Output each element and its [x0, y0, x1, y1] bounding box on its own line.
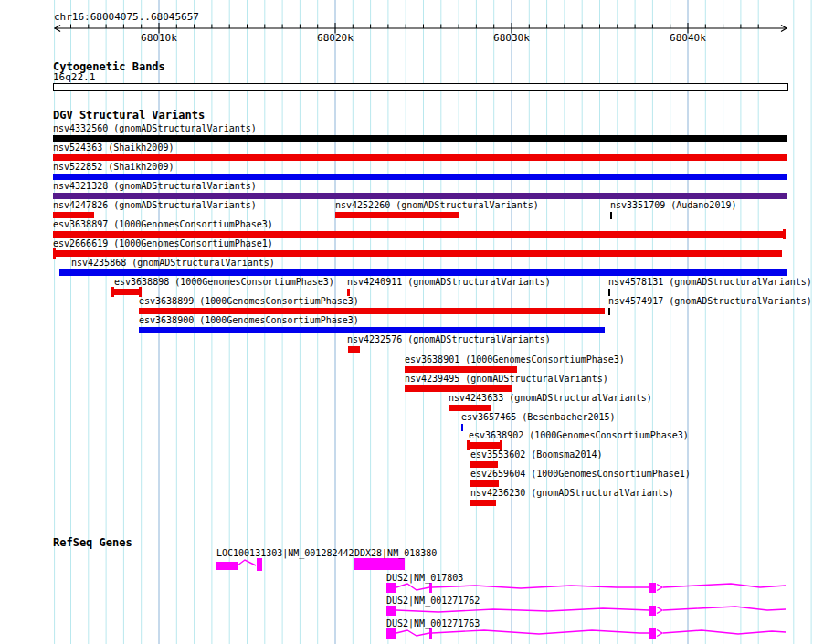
variant-bar[interactable]	[139, 327, 605, 333]
variant-tick[interactable]	[608, 308, 610, 315]
variant-label[interactable]: nsv4252260 (gnomADStructuralVariants)	[335, 200, 539, 210]
gene-label[interactable]: DUS2|NM_001271763	[386, 618, 480, 628]
variant-label[interactable]: nsv524363 (Shaikh2009)	[53, 143, 174, 153]
gene-exon-box[interactable]	[386, 583, 396, 593]
gene-label[interactable]: DDX28|NM_018380	[354, 548, 437, 558]
refseq-genes-header: RefSeq Genes	[53, 537, 132, 549]
variant-bar[interactable]	[53, 193, 787, 199]
gene-intron-line[interactable]	[396, 608, 649, 612]
variant-label[interactable]: esv3638897 (1000GenomesConsortiumPhase3)	[53, 219, 273, 229]
gene-exon-box[interactable]	[649, 583, 656, 593]
variant-endcap-left[interactable]	[467, 440, 470, 450]
cytoband-box[interactable]	[53, 83, 788, 91]
gene-strand-arrow	[657, 585, 662, 591]
variant-bar[interactable]	[139, 308, 605, 314]
gene-strand-arrow	[657, 607, 662, 614]
variant-bar[interactable]	[348, 346, 360, 353]
variant-label[interactable]: nsv4243633 (gnomADStructuralVariants)	[449, 393, 652, 403]
variant-label[interactable]: nsv4239495 (gnomADStructuralVariants)	[405, 374, 608, 384]
gene-exon-box[interactable]	[216, 562, 238, 570]
variant-label[interactable]: esv3638901 (1000GenomesConsortiumPhase3)	[405, 354, 625, 364]
variant-bar[interactable]	[467, 442, 502, 449]
ruler-tick-label: 68010k	[141, 33, 177, 44]
variant-bar[interactable]	[59, 269, 787, 276]
variant-bar[interactable]	[470, 480, 499, 487]
variant-label[interactable]: nsv4235868 (gnomADStructuralVariants)	[71, 258, 275, 268]
variant-bar[interactable]	[53, 231, 786, 238]
variant-label[interactable]: nsv4321328 (gnomADStructuralVariants)	[53, 181, 257, 191]
variant-label[interactable]: esv3638899 (1000GenomesConsortiumPhase3)	[139, 296, 359, 306]
variant-tick[interactable]	[608, 289, 610, 296]
variant-bar[interactable]	[111, 289, 142, 295]
ruler-tick-label: 68020k	[317, 33, 354, 44]
variant-tick[interactable]	[347, 289, 350, 296]
gene-intron-line[interactable]	[663, 607, 786, 610]
gene-exon-box[interactable]	[257, 558, 262, 571]
variant-endcap-left[interactable]	[111, 287, 114, 297]
variant-label[interactable]: nsv3351709 (Audano2019)	[610, 200, 736, 210]
gene-exon-box[interactable]	[649, 628, 656, 639]
variant-label[interactable]: nsv4332560 (gnomADStructuralVariants)	[53, 123, 257, 133]
variant-label[interactable]: nsv4574917 (gnomADStructuralVariants)	[608, 296, 812, 306]
variant-label[interactable]: esv3638900 (1000GenomesConsortiumPhase3)	[139, 315, 359, 325]
variant-label[interactable]: esv3638902 (1000GenomesConsortiumPhase3)	[469, 430, 689, 440]
gene-intron-line[interactable]	[396, 584, 429, 590]
gene-exon-box[interactable]	[354, 558, 405, 570]
variant-tick[interactable]	[461, 424, 463, 431]
dgv-structural-variants-header: DGV Structural Variants	[53, 110, 205, 121]
genome-browser-canvas: chr16:68004075..68045657 Cytogenetic Ban…	[0, 0, 813, 644]
gene-exon-box[interactable]	[386, 628, 396, 639]
variant-bar[interactable]	[470, 500, 496, 506]
variant-bar[interactable]	[470, 461, 498, 468]
gene-intron-line[interactable]	[396, 630, 429, 636]
gene-exon-box[interactable]	[429, 583, 432, 593]
gene-label[interactable]: DUS2|NM_017803	[386, 573, 463, 583]
variant-bar[interactable]	[405, 366, 517, 373]
variant-endcap-right[interactable]	[783, 229, 786, 239]
variant-label[interactable]: esv2666619 (1000GenomesConsortiumPhase1)	[53, 238, 273, 248]
ruler-tick-label: 68030k	[493, 33, 530, 44]
variant-bar[interactable]	[53, 135, 787, 142]
variant-bar[interactable]	[449, 405, 491, 411]
variant-bar[interactable]	[335, 212, 459, 218]
variant-label[interactable]: nsv522852 (Shaikh2009)	[53, 162, 174, 172]
gene-exon-box[interactable]	[429, 628, 432, 639]
gene-intron-line[interactable]	[663, 584, 786, 587]
gene-intron-line[interactable]	[663, 630, 786, 634]
gene-label[interactable]: DUS2|NM_001271762	[386, 596, 480, 606]
gene-strand-arrow	[657, 630, 662, 637]
variant-bar[interactable]	[405, 385, 512, 392]
variant-tick[interactable]	[610, 212, 612, 219]
variant-label[interactable]: esv3657465 (Besenbacher2015)	[461, 412, 616, 422]
variant-label[interactable]: nsv4578131 (gnomADStructuralVariants)	[608, 277, 812, 287]
variant-label[interactable]: nsv4232576 (gnomADStructuralVariants)	[347, 334, 551, 344]
variant-label[interactable]: esv3553602 (Boomsma2014)	[470, 449, 603, 459]
variant-bar[interactable]	[53, 250, 782, 257]
variant-bar[interactable]	[53, 174, 787, 180]
variant-bar[interactable]	[53, 212, 94, 218]
variant-label[interactable]: nsv4247826 (gnomADStructuralVariants)	[53, 200, 257, 210]
variant-bar[interactable]	[53, 154, 787, 161]
variant-endcap-left[interactable]	[53, 248, 56, 259]
variant-label[interactable]: nsv4240911 (gnomADStructuralVariants)	[347, 277, 551, 287]
ruler-tick-label: 68040k	[670, 33, 706, 44]
variant-label[interactable]: esv2659604 (1000GenomesConsortiumPhase1)	[470, 469, 691, 479]
cytoband-label[interactable]: 16q22.1	[53, 72, 95, 83]
gene-label[interactable]: LOC100131303|NM_001282442	[216, 548, 354, 558]
gene-exon-box[interactable]	[649, 606, 656, 616]
variant-label[interactable]: nsv4236230 (gnomADStructuralVariants)	[470, 488, 674, 498]
variant-label[interactable]: esv3638898 (1000GenomesConsortiumPhase3)	[114, 277, 334, 287]
gene-exon-box[interactable]	[386, 606, 396, 616]
region-title: chr16:68004075..68045657	[54, 12, 199, 23]
